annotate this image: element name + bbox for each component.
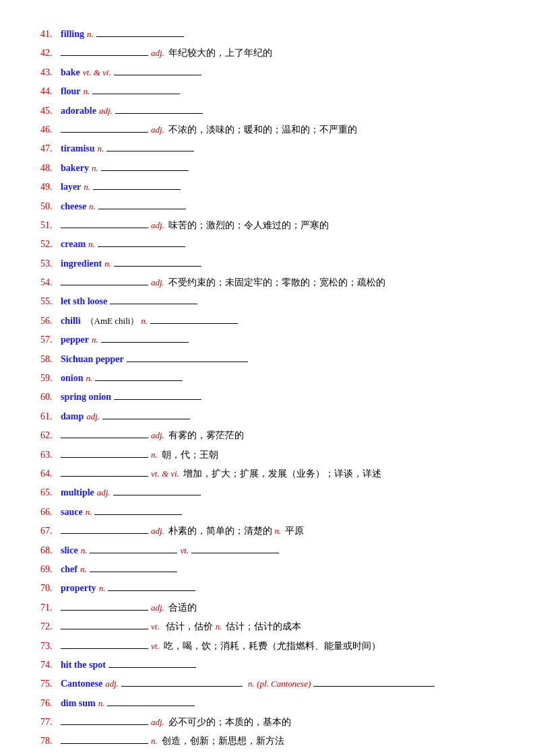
definition: 不受约束的；未固定牢的；零散的；宽松的；疏松的 — [168, 275, 385, 290]
answer-blank[interactable] — [127, 362, 248, 362]
item-number: 76. — [40, 696, 61, 711]
answer-blank2[interactable] — [313, 686, 435, 687]
pos: n. — [86, 372, 92, 386]
word: Cantonese — [61, 677, 102, 691]
answer-blank[interactable] — [61, 610, 148, 611]
word: layer — [61, 180, 81, 195]
item-number: 58. — [40, 352, 61, 367]
list-item: 49. layer n. — [40, 180, 495, 195]
answer-blank[interactable] — [61, 438, 148, 438]
list-item: 76. dim sum n. — [40, 696, 495, 711]
list-item: 77. adj. 必不可少的；本质的，基本的 — [40, 715, 495, 730]
word: adorable — [61, 104, 96, 118]
answer-blank[interactable] — [107, 706, 195, 706]
pos: n. — [81, 544, 88, 558]
item-number: 67. — [40, 524, 61, 539]
word: pepper — [61, 333, 89, 347]
item-number: 79. — [40, 753, 61, 756]
answer-blank[interactable] — [61, 55, 148, 56]
pos2: vt. — [180, 544, 189, 558]
pos: n. — [99, 582, 106, 596]
pos: n. — [80, 563, 87, 577]
item-number: 42. — [40, 46, 61, 61]
answer-blank[interactable] — [92, 94, 180, 94]
answer-blank[interactable] — [61, 629, 148, 629]
answer-blank[interactable] — [61, 743, 148, 744]
item-number: 55. — [40, 294, 61, 309]
answer-blank[interactable] — [61, 724, 148, 725]
pos: n. — [141, 314, 148, 329]
list-item: 62. adj. 有雾的，雾茫茫的 — [40, 428, 495, 443]
answer-blank[interactable] — [110, 304, 197, 304]
answer-blank[interactable] — [61, 476, 148, 477]
word: let sth loose — [61, 294, 107, 309]
answer-blank[interactable] — [93, 189, 181, 190]
item-number: 71. — [40, 600, 61, 615]
word: dim sum — [61, 696, 96, 711]
list-item: 42. adj. 年纪较大的，上了年纪的 — [40, 46, 495, 61]
answer-blank[interactable] — [108, 590, 195, 591]
answer-blank[interactable] — [121, 686, 243, 687]
item-number: 60. — [40, 390, 61, 405]
answer-blank[interactable] — [106, 151, 194, 151]
word: hit the spot — [61, 658, 106, 673]
answer-blank[interactable] — [61, 132, 148, 133]
list-item: 66. sauce n. — [40, 505, 495, 520]
answer-blank[interactable] — [94, 514, 182, 515]
definition2: 估计；估计的成本 — [226, 619, 301, 634]
item-number: 78. — [40, 734, 61, 749]
answer-blank[interactable] — [108, 667, 196, 668]
answer-blank[interactable] — [96, 36, 184, 37]
word: Sichuan pepper — [61, 352, 124, 367]
word: spring onion — [61, 390, 111, 405]
answer-blank[interactable] — [95, 380, 183, 381]
list-item: 55. let sth loose — [40, 294, 495, 309]
list-item: 63. n. 朝，代；王朝 — [40, 448, 495, 462]
answer-blank[interactable] — [113, 495, 201, 495]
item-number: 47. — [40, 141, 61, 156]
word: filling — [61, 27, 84, 42]
answer-blank[interactable] — [101, 170, 189, 171]
answer-blank[interactable] — [61, 457, 148, 458]
answer-blank[interactable] — [102, 419, 190, 419]
answer-blank[interactable] — [114, 75, 201, 75]
answer-blank[interactable] — [90, 572, 177, 572]
item-number: 64. — [40, 467, 61, 481]
list-item: 43. bake vt. & vi. — [40, 65, 495, 80]
answer-blank[interactable] — [90, 553, 177, 553]
item-number: 51. — [40, 218, 61, 233]
definition: 吃，喝，饮；消耗，耗费（尤指燃料、能量或时间） — [164, 639, 381, 654]
definition: 必不可少的；本质的，基本的 — [168, 715, 291, 730]
list-item: 79. concept n. — [40, 753, 495, 756]
pos: adj. — [86, 410, 100, 424]
answer-blank[interactable] — [61, 648, 148, 649]
vocabulary-list: 41. filling n. 42. adj. 年纪较大的，上了年纪的 43. … — [40, 27, 495, 756]
item-number: 50. — [40, 199, 61, 214]
word: ingredient — [61, 256, 102, 271]
answer-blank[interactable] — [61, 228, 148, 228]
item-number: 70. — [40, 581, 61, 596]
definition: 朝，代；王朝 — [162, 448, 218, 462]
item-number: 49. — [40, 180, 61, 195]
definition: 估计，估价 — [164, 619, 216, 634]
list-item: 54. adj. 不受约束的；未固定牢的；零散的；宽松的；疏松的 — [40, 275, 495, 290]
answer-blank[interactable] — [98, 209, 186, 209]
item-number: 45. — [40, 104, 61, 118]
pos: n. — [86, 506, 92, 520]
list-item: 44. flour n. — [40, 84, 495, 99]
word: concept — [61, 753, 92, 756]
answer-blank[interactable] — [150, 323, 238, 324]
answer-blank[interactable] — [98, 246, 185, 247]
item-number: 52. — [40, 237, 61, 252]
answer-blank[interactable] — [61, 285, 148, 285]
answer-blank2[interactable] — [191, 553, 279, 553]
list-item: 47. tiramisu n. — [40, 141, 495, 156]
answer-blank[interactable] — [115, 113, 203, 114]
word: chilli — [61, 314, 81, 329]
paren-note: （AmE chili） — [86, 314, 139, 329]
definition: 合适的 — [168, 600, 197, 615]
answer-blank[interactable] — [61, 533, 148, 534]
answer-blank[interactable] — [114, 399, 201, 400]
answer-blank[interactable] — [101, 342, 189, 343]
answer-blank[interactable] — [114, 266, 201, 267]
